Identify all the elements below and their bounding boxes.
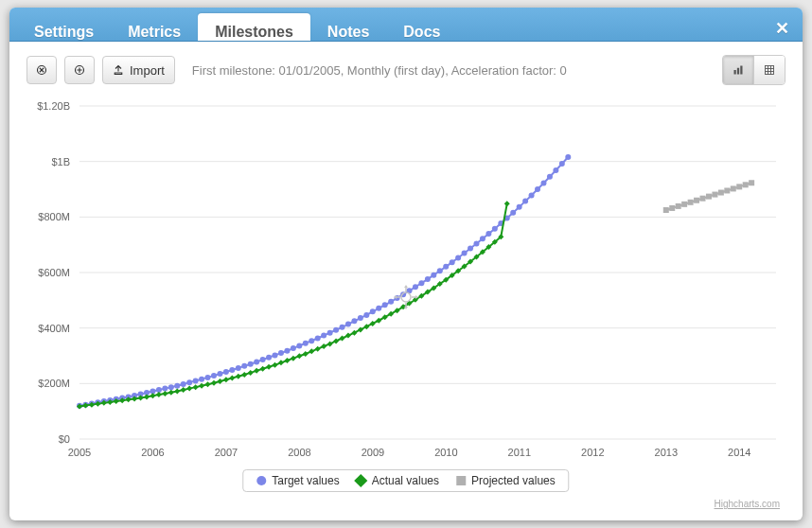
view-toggle [722, 55, 786, 85]
modal-window: Settings Metrics Milestones Notes Docs ✕… [9, 8, 803, 520]
svg-point-80 [333, 327, 339, 333]
svg-point-59 [205, 375, 211, 380]
svg-point-69 [266, 355, 272, 361]
svg-point-68 [260, 357, 266, 362]
legend-label: Target values [272, 474, 339, 487]
svg-point-97 [437, 268, 443, 273]
svg-point-58 [199, 377, 204, 382]
svg-point-86 [370, 308, 376, 314]
svg-rect-128 [718, 190, 724, 196]
svg-point-81 [340, 325, 345, 330]
svg-rect-122 [681, 202, 687, 207]
svg-text:2008: 2008 [288, 447, 310, 458]
tab-notes[interactable]: Notes [310, 13, 386, 41]
svg-rect-126 [706, 194, 712, 200]
svg-point-104 [480, 236, 485, 241]
svg-text:2013: 2013 [655, 447, 678, 458]
svg-point-62 [223, 369, 229, 375]
legend-swatch-icon [456, 476, 466, 485]
svg-point-60 [211, 373, 217, 378]
svg-rect-8 [740, 66, 742, 75]
svg-text:$200M: $200M [38, 378, 70, 389]
svg-point-84 [358, 315, 363, 321]
delete-icon [36, 64, 47, 76]
legend-item-projected[interactable]: Projected values [456, 474, 556, 487]
svg-point-56 [186, 379, 192, 385]
chart-area: $0$200M$400M$600M$800M$1B$1.20B 20052006… [9, 91, 803, 520]
svg-rect-9 [766, 66, 774, 75]
tab-bar: Settings Metrics Milestones Notes Docs ✕ [9, 8, 803, 42]
svg-point-101 [462, 250, 468, 255]
svg-point-117 [559, 161, 565, 167]
svg-point-93 [413, 284, 418, 290]
chart-view-button[interactable] [723, 56, 753, 84]
table-view-button[interactable] [753, 56, 785, 84]
legend-item-actual[interactable]: Actual values [357, 474, 439, 487]
legend-label: Projected values [471, 474, 556, 487]
svg-text:2009: 2009 [362, 447, 384, 458]
svg-point-98 [443, 264, 449, 270]
svg-rect-130 [731, 185, 736, 191]
svg-point-64 [236, 365, 241, 371]
svg-rect-6 [734, 70, 736, 75]
svg-point-90 [395, 295, 400, 301]
svg-text:$1B: $1B [51, 156, 70, 167]
tab-settings[interactable]: Settings [17, 13, 111, 41]
svg-point-99 [450, 259, 455, 265]
svg-point-112 [529, 192, 535, 198]
svg-point-76 [309, 338, 314, 343]
svg-point-54 [174, 383, 180, 389]
tab-docs[interactable]: Docs [386, 13, 457, 41]
svg-rect-123 [688, 200, 694, 205]
svg-point-87 [376, 306, 381, 311]
svg-point-91 [400, 291, 406, 297]
legend-swatch-icon [355, 474, 368, 487]
import-button[interactable]: Import [102, 56, 175, 84]
svg-point-100 [455, 255, 461, 260]
add-button[interactable] [64, 56, 95, 84]
svg-point-96 [431, 273, 436, 278]
svg-rect-120 [669, 205, 675, 211]
chart-icon [733, 64, 744, 76]
svg-point-78 [321, 333, 327, 339]
svg-rect-131 [736, 184, 742, 189]
svg-text:2012: 2012 [581, 447, 604, 458]
svg-rect-125 [700, 196, 706, 202]
svg-point-102 [468, 245, 473, 251]
svg-point-92 [406, 288, 412, 293]
svg-point-65 [241, 363, 247, 369]
svg-point-67 [254, 359, 259, 364]
svg-text:2007: 2007 [215, 447, 238, 458]
svg-point-109 [510, 210, 516, 216]
svg-point-61 [217, 371, 222, 377]
svg-point-83 [351, 318, 357, 324]
svg-point-88 [382, 302, 388, 308]
svg-rect-124 [694, 198, 699, 203]
tab-milestones[interactable]: Milestones [198, 13, 310, 41]
svg-point-116 [553, 167, 558, 173]
svg-point-111 [522, 199, 528, 204]
svg-text:$0: $0 [59, 433, 70, 445]
svg-rect-119 [663, 207, 669, 213]
svg-point-66 [248, 361, 254, 367]
tab-metrics[interactable]: Metrics [111, 13, 198, 41]
svg-point-95 [425, 276, 431, 282]
close-icon[interactable]: ✕ [775, 18, 789, 39]
legend-item-target[interactable]: Target values [256, 474, 339, 487]
svg-rect-121 [676, 203, 681, 209]
delete-button[interactable] [26, 56, 57, 84]
svg-point-52 [162, 386, 168, 392]
svg-rect-132 [743, 182, 749, 187]
legend-label: Actual values [372, 474, 439, 487]
chart-credit-link[interactable]: Highcharts.com [715, 499, 780, 509]
svg-text:$600M: $600M [38, 267, 70, 278]
import-label: Import [130, 63, 165, 78]
svg-point-57 [193, 378, 199, 383]
svg-point-72 [284, 348, 290, 354]
svg-rect-133 [749, 180, 754, 185]
upload-icon [113, 64, 124, 76]
svg-text:2005: 2005 [68, 447, 91, 458]
svg-point-103 [473, 240, 479, 246]
svg-point-63 [229, 367, 235, 373]
svg-point-73 [291, 345, 296, 351]
